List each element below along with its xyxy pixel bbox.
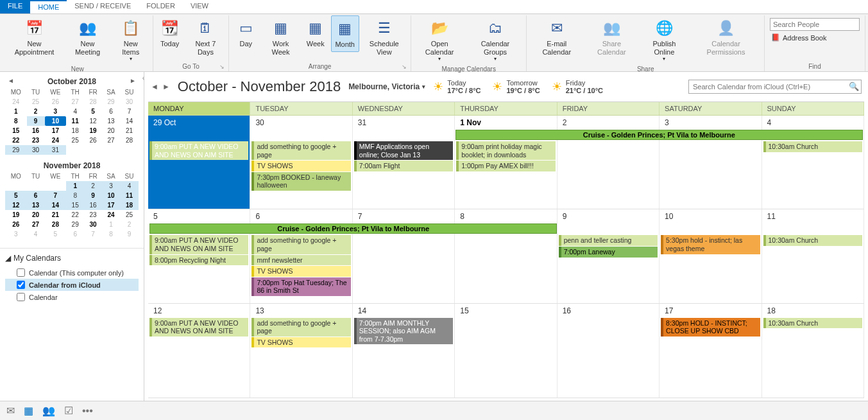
date-cell[interactable]: 14 <box>45 200 67 210</box>
new-items-button[interactable]: 📋New Items▾ <box>112 15 150 64</box>
date-cell[interactable]: 8 <box>66 191 84 200</box>
new-appointment-button[interactable]: 📅New Appointment <box>5 15 64 58</box>
tab-send-receive[interactable]: SEND / RECEIVE <box>67 0 139 13</box>
date-cell[interactable]: 29 <box>5 145 27 155</box>
date-cell[interactable]: 26 <box>84 136 102 145</box>
date-cell[interactable]: 17 <box>102 200 120 210</box>
search-icon[interactable]: 🔍 <box>849 82 859 91</box>
date-cell[interactable]: 13 <box>102 116 120 126</box>
date-cell[interactable]: 24 <box>102 210 120 220</box>
date-cell[interactable]: 4 <box>120 181 139 191</box>
event-item[interactable]: MMF Applications open online; Close Jan … <box>354 141 453 160</box>
event-item[interactable]: add something to google + page <box>251 318 350 337</box>
day-cell[interactable]: 13add something to google + pageTV SHOWS <box>250 304 352 398</box>
event-item[interactable]: mmf newsletter <box>251 255 350 266</box>
calendar-checkbox[interactable] <box>17 293 25 301</box>
date-cell[interactable]: 9 <box>84 191 102 200</box>
more-nav-icon[interactable]: ••• <box>82 405 93 417</box>
date-cell[interactable]: 6 <box>102 107 120 116</box>
event-item[interactable]: add something to google + page <box>251 141 350 160</box>
prev-month-icon[interactable]: ◄ <box>8 77 14 84</box>
day-cell[interactable]: 16 <box>557 304 660 398</box>
tasks-nav-icon[interactable]: ☑ <box>64 405 73 417</box>
date-cell[interactable] <box>5 181 27 191</box>
date-cell[interactable]: 3 <box>102 181 120 191</box>
search-calendar-input[interactable] <box>688 80 862 94</box>
next-period-button[interactable]: ► <box>162 82 170 91</box>
month-view-button[interactable]: ▦Month <box>331 15 359 52</box>
date-cell[interactable]: 31 <box>45 145 67 155</box>
event-item[interactable]: 7:00am Flight <box>354 161 453 171</box>
event-item[interactable]: 7:30pm BOOKED - laneway halloween <box>251 172 350 191</box>
spanning-event[interactable]: Cruise - Golden Princes; Pt Vila to Melb… <box>455 130 863 140</box>
date-cell[interactable]: 25 <box>27 97 45 107</box>
date-cell[interactable]: 15 <box>5 126 27 136</box>
event-item[interactable]: 9:00am PUT A NEW VIDEO AND NEWS ON AIM S… <box>149 318 248 337</box>
location-dropdown[interactable]: Melbourne, Victoria▾ <box>348 82 425 91</box>
date-cell[interactable]: 10 <box>102 191 120 200</box>
event-item[interactable]: 9:00am print holiday magic booklet; in d… <box>456 141 555 160</box>
date-cell[interactable] <box>45 181 67 191</box>
event-item[interactable]: 1:00pm Pay AMEX bill!!! <box>456 161 555 171</box>
schedule-view-button[interactable]: ☰Schedule View <box>361 15 408 58</box>
date-cell[interactable]: 6 <box>66 229 84 239</box>
date-cell[interactable]: 23 <box>27 136 45 145</box>
date-cell[interactable]: 1 <box>66 181 84 191</box>
tab-view[interactable]: VIEW <box>183 0 216 13</box>
date-cell[interactable] <box>27 181 45 191</box>
date-cell[interactable]: 4 <box>66 107 84 116</box>
next-month-icon[interactable]: ► <box>130 77 136 84</box>
event-item[interactable]: add something to google + page <box>251 235 350 254</box>
date-cell[interactable]: 1 <box>102 220 120 229</box>
date-cell[interactable]: 19 <box>84 126 102 136</box>
date-cell[interactable]: 2 <box>27 107 45 116</box>
day-cell[interactable]: 178:30pm HOLD - INSTINCT; CLOSE UP SHOW … <box>660 304 762 398</box>
calendar-checkbox[interactable] <box>17 268 25 277</box>
date-cell[interactable]: 25 <box>66 136 84 145</box>
arrange-launcher-icon[interactable]: ↘ <box>402 64 407 70</box>
date-cell[interactable]: 28 <box>45 220 67 229</box>
date-cell[interactable]: 7 <box>45 191 67 200</box>
work-week-button[interactable]: ▦Work Week <box>261 15 300 58</box>
today-button[interactable]: 📆Today <box>156 15 184 51</box>
date-cell[interactable]: 21 <box>120 126 139 136</box>
goto-launcher-icon[interactable]: ↘ <box>219 64 225 70</box>
event-item[interactable]: 5:30pm hold - instinct; las vegas theme <box>661 235 760 254</box>
date-cell[interactable]: 1 <box>5 107 27 116</box>
day-cell[interactable]: 1810:30am Church <box>762 304 864 398</box>
calendar-nav-icon[interactable]: ▦ <box>24 405 33 417</box>
calendar-item[interactable]: Calendar (This computer only) <box>5 267 139 279</box>
event-item[interactable]: 7:00pm AIM MONTHLY SESSION; also AIM AGM… <box>354 318 453 345</box>
day-cell[interactable]: 129:00am PUT A NEW VIDEO AND NEWS ON AIM… <box>148 304 250 398</box>
date-cell[interactable]: 18 <box>66 126 84 136</box>
spanning-event[interactable]: Cruise - Golden Princes; Pt Vila to Melb… <box>149 223 557 234</box>
event-item[interactable]: 9:00am PUT A NEW VIDEO AND NEWS ON AIM S… <box>149 235 248 254</box>
date-cell[interactable]: 2 <box>84 181 102 191</box>
event-item[interactable]: 7:00pm Laneway <box>559 247 658 258</box>
date-cell[interactable]: 3 <box>5 229 27 239</box>
date-cell[interactable]: 27 <box>102 136 120 145</box>
date-cell[interactable]: 15 <box>66 200 84 210</box>
event-item[interactable]: 9:00am PUT A NEW VIDEO AND NEWS ON AIM S… <box>149 141 248 160</box>
date-cell[interactable] <box>84 145 102 155</box>
date-cell[interactable] <box>66 145 84 155</box>
event-item[interactable]: 8:00pm Recycling Night <box>149 255 248 266</box>
date-cell[interactable]: 10 <box>45 116 67 126</box>
tab-file[interactable]: FILE <box>0 0 30 13</box>
date-cell[interactable]: 7 <box>84 229 102 239</box>
date-cell[interactable]: 2 <box>120 220 139 229</box>
date-cell[interactable]: 27 <box>66 97 84 107</box>
prev-period-button[interactable]: ◄ <box>151 82 158 91</box>
next7-button[interactable]: 🗓Next 7 Days <box>185 15 226 58</box>
event-item[interactable]: TV SHOWS <box>251 337 350 348</box>
date-cell[interactable]: 29 <box>66 220 84 229</box>
date-cell[interactable]: 6 <box>27 191 45 200</box>
collapse-pane-icon[interactable]: ‹ <box>142 74 144 82</box>
date-cell[interactable]: 8 <box>5 116 27 126</box>
calendar-groups-button[interactable]: 🗂Calendar Groups▾ <box>466 15 523 64</box>
event-item[interactable]: 8:30pm HOLD - INSTINCT; CLOSE UP SHOW CB… <box>661 318 760 337</box>
date-cell[interactable]: 18 <box>120 200 139 210</box>
publish-online-button[interactable]: 🌐Publish Online▾ <box>640 15 689 64</box>
date-cell[interactable]: 25 <box>120 210 139 220</box>
date-cell[interactable]: 12 <box>5 200 27 210</box>
